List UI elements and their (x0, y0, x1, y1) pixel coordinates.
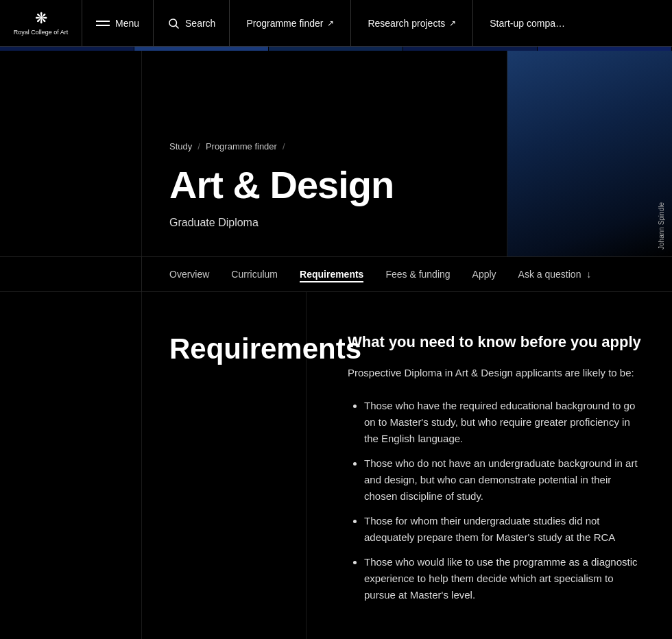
main-left-spacer (0, 292, 142, 639)
section-title: Requirements (169, 333, 278, 365)
list-item: Those for whom their undergraduate studi… (364, 513, 645, 546)
hamburger-icon (96, 21, 110, 26)
image-credit: Johann Spindle (658, 202, 665, 250)
breadcrumb-sep-2: / (283, 141, 285, 152)
nav-research-projects[interactable]: Research projects ↗ (351, 0, 473, 46)
requirements-intro: Prospective Diploma in Art & Design appl… (348, 365, 645, 381)
external-link-icon: ↗ (327, 19, 334, 28)
breadcrumb-programme-finder[interactable]: Programme finder (206, 141, 277, 152)
main-content: Requirements What you need to know befor… (0, 292, 672, 639)
hero-content: Study / Programme finder / Art & Design … (142, 51, 507, 256)
external-link-icon: ↗ (449, 19, 456, 28)
breadcrumb-study[interactable]: Study (169, 141, 192, 152)
list-item-text-1: Those who do not have an undergraduate b… (364, 457, 638, 502)
tab-curriculum[interactable]: Curriculum (231, 266, 278, 282)
tab-apply[interactable]: Apply (472, 266, 496, 282)
section-nav: Overview Curriculum Requirements Fees & … (0, 256, 672, 292)
list-item: Those who have the required educational … (364, 398, 645, 447)
menu-button[interactable]: Menu (82, 0, 154, 46)
tab-ask-question[interactable]: Ask a question ↓ (518, 266, 592, 282)
nav-research-projects-label: Research projects (368, 18, 445, 29)
tab-overview[interactable]: Overview (169, 266, 209, 282)
tab-requirements[interactable]: Requirements (300, 266, 363, 282)
tab-ask-question-label: Ask a question (518, 269, 581, 280)
sub-nav-items: Overview Curriculum Requirements Fees & … (142, 257, 619, 291)
svg-line-1 (176, 25, 178, 28)
hero-left-spacer (0, 51, 142, 256)
list-item-text-0: Those who have the required educational … (364, 400, 635, 444)
hero-image: Johann Spindle (507, 51, 672, 256)
site-logo[interactable]: ❋ Royal College of Art (0, 0, 82, 46)
search-label: Search (185, 18, 215, 29)
page-title: Art & Design (169, 165, 479, 206)
main-nav: Programme finder ↗ Research projects ↗ S… (230, 0, 672, 46)
down-arrow-icon: ↓ (586, 269, 591, 280)
svg-point-0 (169, 19, 177, 27)
search-button[interactable]: Search (154, 0, 230, 46)
menu-label: Menu (115, 18, 139, 29)
list-item-text-2: Those for whom their undergraduate studi… (364, 515, 615, 543)
section-title-area: Requirements (142, 292, 307, 639)
requirements-heading: What you need to know before you apply (348, 333, 645, 351)
main-body: What you need to know before you apply P… (307, 292, 672, 639)
list-item-text-3: Those who would like to use the programm… (364, 556, 638, 601)
site-header: ❋ Royal College of Art Menu Search Progr… (0, 0, 672, 47)
nav-programme-finder[interactable]: Programme finder ↗ (230, 0, 351, 46)
logo-text: Royal College of Art (14, 29, 69, 37)
nav-programme-finder-label: Programme finder (246, 18, 323, 29)
breadcrumb-sep-1: / (197, 141, 200, 152)
logo-icon: ❋ (35, 10, 47, 27)
search-icon (167, 17, 180, 29)
list-item: Those who would like to use the programm… (364, 554, 645, 603)
tab-fees-funding[interactable]: Fees & funding (385, 266, 450, 282)
breadcrumb: Study / Programme finder / (169, 141, 479, 152)
sub-nav-spacer (0, 257, 142, 291)
list-item: Those who do not have an undergraduate b… (364, 455, 645, 505)
requirements-list: Those who have the required educational … (348, 398, 645, 603)
hero-background-image (507, 51, 672, 256)
nav-startup[interactable]: Start-up compa… (473, 0, 581, 46)
hero-section: Study / Programme finder / Art & Design … (0, 51, 672, 256)
page-subtitle: Graduate Diploma (169, 217, 479, 229)
nav-startup-label: Start-up compa… (490, 18, 565, 29)
